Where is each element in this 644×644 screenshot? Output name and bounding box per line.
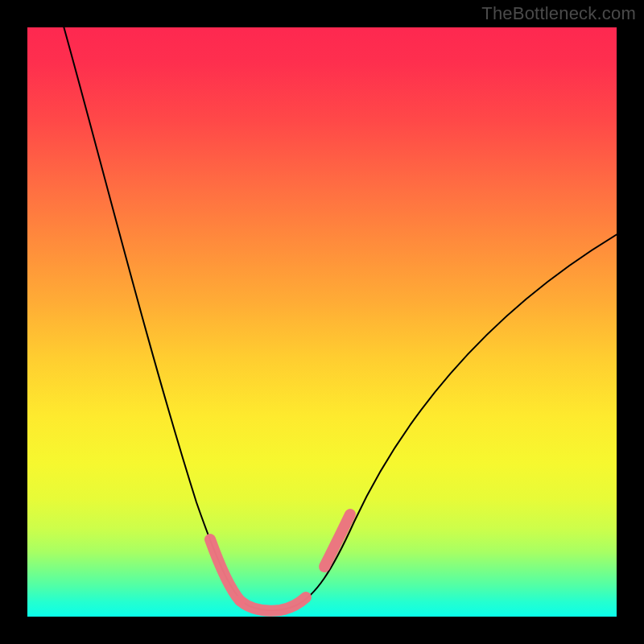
highlight-right-ascent [324, 514, 350, 567]
highlight-trough [240, 597, 306, 611]
curve-svg [27, 27, 617, 617]
plot-area [27, 27, 617, 617]
watermark-text: TheBottleneck.com [481, 3, 636, 24]
highlight-left-descent [210, 539, 240, 601]
chart-frame: TheBottleneck.com [0, 0, 644, 644]
bottleneck-curve [63, 27, 617, 610]
